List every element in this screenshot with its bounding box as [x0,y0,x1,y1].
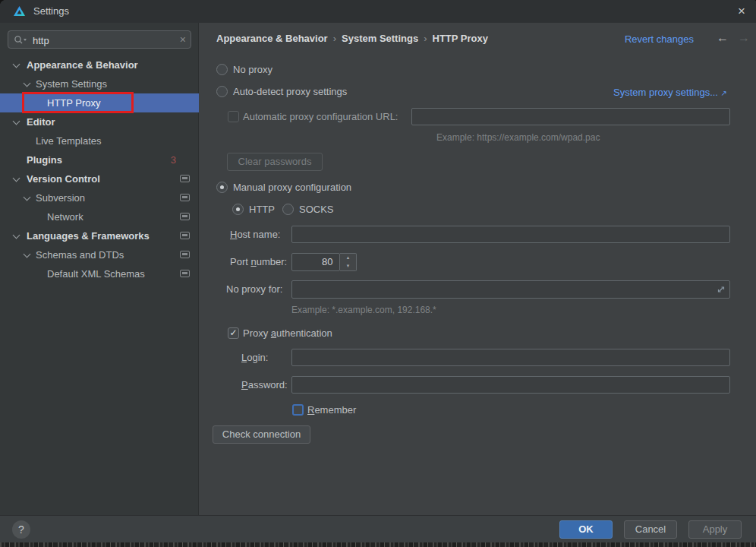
spinner-up-icon[interactable]: ▲ [340,254,356,262]
auto-detect-radio[interactable] [216,86,228,97]
socks-radio-label[interactable]: SOCKS [299,204,334,215]
check-connection-button[interactable]: Check connection [213,425,310,444]
sidebar-item-label: System Settings [36,74,107,93]
no-proxy-for-label: No proxy for: [226,283,282,295]
checkmark-icon: ✓ [228,328,238,338]
window-title: Settings [33,5,69,17]
search-icon [14,35,27,45]
sidebar-item-network[interactable]: Network [0,207,199,226]
proxy-authentication-label[interactable]: Proxy authentication [243,327,332,339]
search-input[interactable] [31,32,171,49]
expand-field-icon[interactable] [717,285,726,294]
remember-label[interactable]: Remember [307,404,356,416]
sidebar-item-editor[interactable]: Editor [0,112,199,131]
desktop-artifact-strip [0,542,756,547]
apply-button[interactable]: Apply [688,520,742,539]
sidebar-item-schemas-and-dtds[interactable]: Schemas and DTDs [0,245,199,264]
password-label: Password: [241,379,288,390]
per-project-settings-icon [180,251,190,258]
login-input[interactable] [291,349,730,366]
sidebar-item-label: HTTP Proxy [47,93,101,112]
forward-arrow-icon: → [738,31,750,45]
sidebar-item-label: Version Control [27,169,100,188]
clear-passwords-button[interactable]: Clear passwords [227,153,323,171]
cancel-button[interactable]: Cancel [624,520,677,539]
http-proxy-panel: Appearance & Behavior›System Settings›HT… [199,23,756,515]
per-project-settings-icon [180,175,190,182]
host-name-input[interactable] [291,226,730,243]
sidebar-item-live-templates[interactable]: Live Templates [0,131,199,150]
per-project-settings-icon [180,232,190,239]
http-radio[interactable] [232,204,244,215]
chevron-down-icon[interactable] [13,61,20,68]
no-proxy-radio[interactable] [216,64,228,75]
chevron-down-icon[interactable] [13,232,20,239]
sidebar-item-label: Editor [27,112,55,131]
per-project-settings-icon [180,194,190,201]
sidebar-item-http-proxy[interactable]: HTTP Proxy [0,93,199,112]
port-spinner[interactable]: ▲ ▼ [340,253,357,271]
dialog-footer: ? OK Cancel Apply [0,515,756,542]
sidebar-item-languages-frameworks[interactable]: Languages & Frameworks [0,226,199,245]
app-logo-icon [13,5,26,17]
auto-config-url-checkbox[interactable] [228,111,239,122]
back-arrow-icon[interactable]: ← [717,31,729,45]
host-name-label: Host name: [230,229,280,240]
auto-config-url-example: Example: https://example.com/wpad.pac [436,132,600,143]
sidebar-item-appearance-behavior[interactable]: Appearance & Behavior [0,55,199,74]
revert-changes-link[interactable]: Revert changes [625,33,694,45]
no-proxy-for-example: Example: *.example.com, 192.168.* [291,305,436,315]
sidebar-item-default-xml-schemas[interactable]: Default XML Schemas [0,264,199,283]
breadcrumb-item: HTTP Proxy [433,33,488,44]
per-project-settings-icon [180,270,190,277]
sidebar-item-subversion[interactable]: Subversion [0,188,199,207]
remember-checkbox[interactable] [292,404,304,416]
no-proxy-label[interactable]: No proxy [233,64,272,75]
no-proxy-for-input[interactable] [291,280,730,299]
sidebar-item-label: Live Templates [36,131,101,150]
plugins-update-badge: 3 [171,150,176,169]
spinner-down-icon[interactable]: ▼ [340,262,356,270]
title-bar: Settings × [0,0,756,24]
manual-proxy-radio[interactable] [216,182,228,193]
search-field[interactable]: × [8,30,191,49]
sidebar-item-version-control[interactable]: Version Control [0,169,199,188]
chevron-down-icon[interactable] [24,80,31,87]
chevron-down-icon[interactable] [24,251,31,258]
breadcrumb-separator: › [418,33,432,44]
close-icon[interactable]: × [727,0,756,23]
clear-search-icon[interactable]: × [180,33,186,46]
proxy-authentication-checkbox[interactable]: ✓ [228,327,239,339]
chevron-down-icon[interactable] [13,175,20,182]
external-link-icon: ↗ [721,89,727,97]
auto-config-url-label[interactable]: Automatic proxy configuration URL: [243,111,398,122]
sidebar-item-plugins[interactable]: Plugins 3 [0,150,199,169]
breadcrumb-item[interactable]: Appearance & Behavior [216,33,328,44]
ok-button[interactable]: OK [559,520,613,539]
sidebar-item-label: Network [47,207,83,226]
settings-sidebar: × Appearance & Behavior System Settings … [0,23,199,515]
settings-tree: Appearance & Behavior System Settings HT… [0,55,199,283]
breadcrumb: Appearance & Behavior›System Settings›HT… [216,33,488,44]
password-input[interactable] [291,376,730,394]
http-radio-label[interactable]: HTTP [249,204,275,215]
auto-config-url-input[interactable] [411,108,730,125]
auto-detect-label[interactable]: Auto-detect proxy settings [233,86,347,97]
sidebar-item-label: Plugins [27,150,62,169]
help-icon[interactable]: ? [12,520,30,539]
settings-dialog: Settings × × Appearance & Behavior [0,0,756,542]
login-label: Login: [241,352,268,363]
sidebar-item-system-settings[interactable]: System Settings [0,74,199,93]
per-project-settings-icon [180,213,190,220]
sidebar-item-label: Default XML Schemas [47,264,145,283]
sidebar-item-label: Languages & Frameworks [27,226,150,245]
chevron-down-icon[interactable] [24,194,31,201]
breadcrumb-item[interactable]: System Settings [342,33,418,44]
port-number-label: Port number: [230,256,287,267]
manual-proxy-label[interactable]: Manual proxy configuration [233,182,351,193]
sidebar-item-label: Schemas and DTDs [36,245,124,264]
breadcrumb-separator: › [328,33,342,44]
system-proxy-settings-link[interactable]: System proxy settings... ↗ [613,87,727,98]
socks-radio[interactable] [282,204,294,215]
chevron-down-icon[interactable] [13,118,20,125]
